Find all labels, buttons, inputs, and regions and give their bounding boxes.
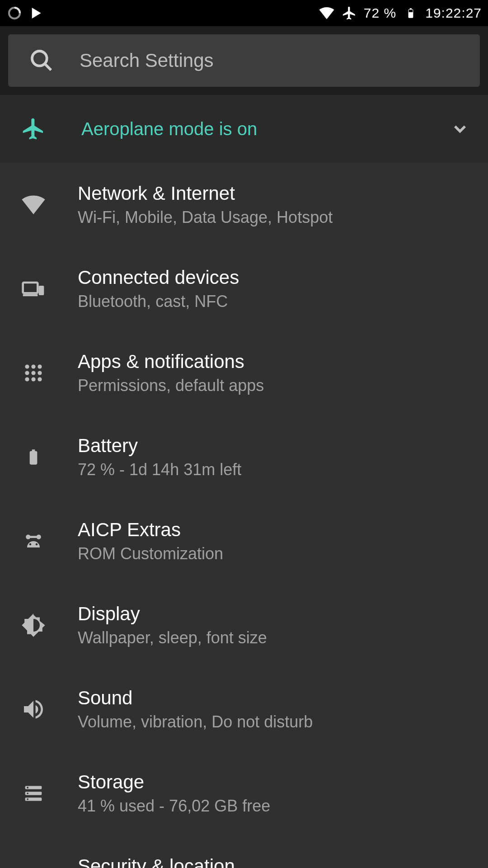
storage-icon [21, 781, 46, 806]
brightness-icon [21, 613, 46, 638]
svg-point-11 [31, 371, 35, 375]
row-apps-notifications[interactable]: Apps & notifications Permissions, defaul… [0, 331, 488, 415]
row-subtitle: 41 % used - 76,02 GB free [78, 797, 270, 816]
row-subtitle: Permissions, default apps [78, 376, 264, 395]
row-title: Storage [78, 771, 270, 793]
chevron-down-icon [450, 119, 470, 139]
row-title: Security & location [78, 855, 244, 868]
play-store-notification-icon [28, 5, 44, 21]
svg-point-13 [25, 377, 29, 381]
svg-point-2 [32, 51, 47, 66]
row-subtitle: ROM Customization [78, 544, 223, 563]
row-display[interactable]: Display Wallpaper, sleep, font size [0, 583, 488, 667]
svg-rect-5 [39, 286, 44, 295]
banner-text: Aeroplane mode is on [81, 119, 257, 139]
row-subtitle: Bluetooth, cast, NFC [78, 292, 239, 311]
svg-point-16 [29, 543, 32, 546]
svg-point-7 [25, 364, 29, 368]
row-aicp-extras[interactable]: AICP Extras ROM Customization [0, 499, 488, 583]
svg-rect-1 [409, 9, 413, 12]
clock-text: 19:22:27 [425, 5, 482, 21]
row-subtitle: Wallpaper, sleep, font size [78, 628, 267, 647]
row-title: Battery [78, 435, 241, 457]
row-subtitle: Volume, vibration, Do not disturb [78, 712, 313, 731]
svg-point-17 [36, 543, 38, 546]
row-storage[interactable]: Storage 41 % used - 76,02 GB free [0, 751, 488, 835]
svg-point-26 [27, 798, 28, 800]
row-title: Sound [78, 687, 313, 709]
airplane-status-icon [341, 5, 357, 21]
row-subtitle: 72 % - 1d 14h 31m left [78, 460, 241, 479]
svg-rect-4 [23, 283, 38, 293]
battery-icon [21, 444, 46, 470]
row-battery[interactable]: Battery 72 % - 1d 14h 31m left [0, 415, 488, 499]
row-network-internet[interactable]: Network & Internet Wi-Fi, Mobile, Data U… [0, 163, 488, 247]
row-title: Connected devices [78, 267, 239, 288]
devices-icon [21, 276, 46, 302]
svg-line-3 [45, 64, 51, 70]
svg-point-8 [31, 364, 35, 368]
row-title: Display [78, 603, 267, 625]
search-icon [29, 48, 54, 73]
row-connected-devices[interactable]: Connected devices Bluetooth, cast, NFC [0, 247, 488, 331]
wifi-icon [21, 192, 46, 217]
row-subtitle: Wi-Fi, Mobile, Data Usage, Hotspot [78, 208, 333, 227]
row-security-location[interactable]: Security & location Screen lock, fingerp… [0, 835, 488, 868]
svg-rect-20 [27, 536, 40, 538]
svg-point-10 [25, 371, 29, 375]
settings-list: Network & Internet Wi-Fi, Mobile, Data U… [0, 163, 488, 868]
airplane-mode-banner[interactable]: Aeroplane mode is on [0, 95, 488, 163]
lock-icon [21, 865, 46, 868]
search-settings-field[interactable]: Search Settings [8, 34, 480, 87]
svg-point-25 [27, 793, 28, 794]
svg-point-12 [38, 371, 42, 375]
search-container: Search Settings [0, 26, 488, 95]
notification-spinner-icon [6, 5, 23, 21]
wifi-status-icon [319, 5, 335, 21]
sound-icon [21, 697, 46, 722]
svg-point-14 [31, 377, 35, 381]
aicp-icon [21, 528, 46, 554]
row-sound[interactable]: Sound Volume, vibration, Do not disturb [0, 667, 488, 751]
search-placeholder: Search Settings [80, 50, 214, 71]
airplane-icon [21, 116, 46, 142]
row-title: Apps & notifications [78, 351, 264, 373]
status-bar: 72 % 19:22:27 [0, 0, 488, 26]
battery-percentage-text: 72 % [364, 5, 396, 21]
svg-point-9 [38, 364, 42, 368]
apps-grid-icon [21, 360, 46, 386]
svg-point-15 [38, 377, 42, 381]
row-title: Network & Internet [78, 183, 333, 204]
row-title: AICP Extras [78, 519, 223, 541]
battery-status-icon [403, 5, 419, 21]
svg-point-24 [27, 787, 28, 788]
